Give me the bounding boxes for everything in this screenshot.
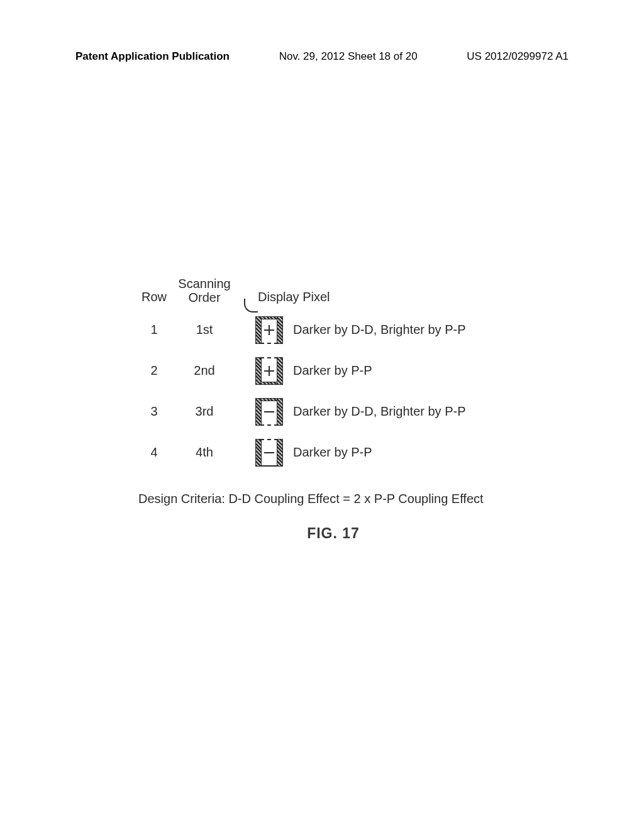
pixel-top-border xyxy=(260,357,278,358)
display-pixel-cell xyxy=(252,398,287,426)
display-pixel-icon xyxy=(255,398,283,426)
header-publication: Patent Application Publication xyxy=(75,50,230,63)
row-description: Darker by P-P xyxy=(293,363,535,378)
display-pixel-icon xyxy=(255,357,283,385)
pixel-row: 11stDarker by D-D, Brighter by P-P xyxy=(132,309,535,350)
display-pixel-cell xyxy=(252,439,287,467)
header-sheet-info: Nov. 29, 2012 Sheet 18 of 20 xyxy=(279,50,418,63)
row-number: 1 xyxy=(132,323,176,337)
row-number: 2 xyxy=(132,363,176,378)
minus-icon xyxy=(264,452,274,453)
pixel-top-border xyxy=(260,316,278,319)
row-description: Darker by D-D, Brighter by P-P xyxy=(293,323,535,337)
pixel-row: 33rdDarker by D-D, Brighter by P-P xyxy=(132,391,535,432)
col-header-pixel: Display Pixel xyxy=(258,290,330,304)
pixel-bottom-border xyxy=(260,382,278,385)
col-header-row: Row xyxy=(132,290,176,304)
plus-icon xyxy=(269,366,270,376)
pixel-top-border xyxy=(260,398,278,401)
col-header-order-line1: Scanning xyxy=(178,277,230,290)
pixel-top-border xyxy=(260,439,278,440)
display-pixel-cell xyxy=(252,316,287,344)
col-header-order-line2: Order xyxy=(188,290,220,304)
row-description: Darker by P-P xyxy=(293,445,535,460)
pixel-bottom-border xyxy=(260,424,278,426)
col-header-pixel-label: Display Pixel xyxy=(258,290,330,304)
pixel-row: 22ndDarker by P-P xyxy=(132,350,535,391)
column-headers: Row Scanning Order Display Pixel xyxy=(132,277,535,304)
scanning-order: 4th xyxy=(176,445,233,460)
display-pixel-icon xyxy=(255,439,283,467)
pixel-row: 44thDarker by P-P xyxy=(132,432,535,473)
pixel-bottom-border xyxy=(260,343,278,344)
pixel-rows: 11stDarker by D-D, Brighter by P-P22ndDa… xyxy=(132,309,535,473)
figure-label: FIG. 17 xyxy=(132,525,535,542)
display-pixel-icon xyxy=(255,316,283,344)
pixel-bottom-border xyxy=(260,465,278,467)
row-number: 3 xyxy=(132,404,176,419)
scanning-order: 3rd xyxy=(176,404,233,419)
display-pixel-cell xyxy=(252,357,287,385)
scanning-order: 1st xyxy=(176,323,233,337)
row-description: Darker by D-D, Brighter by P-P xyxy=(293,404,535,419)
col-header-order: Scanning Order xyxy=(176,277,233,304)
row-number: 4 xyxy=(132,445,176,460)
page-header: Patent Application Publication Nov. 29, … xyxy=(0,50,644,63)
minus-icon xyxy=(264,411,274,412)
scanning-order: 2nd xyxy=(176,363,233,378)
header-patent-number: US 2012/0299972 A1 xyxy=(467,50,569,63)
design-criteria: Design Criteria: D-D Coupling Effect = 2… xyxy=(138,492,535,506)
figure-17: Row Scanning Order Display Pixel 11stDar… xyxy=(132,277,535,542)
plus-icon xyxy=(269,325,270,335)
